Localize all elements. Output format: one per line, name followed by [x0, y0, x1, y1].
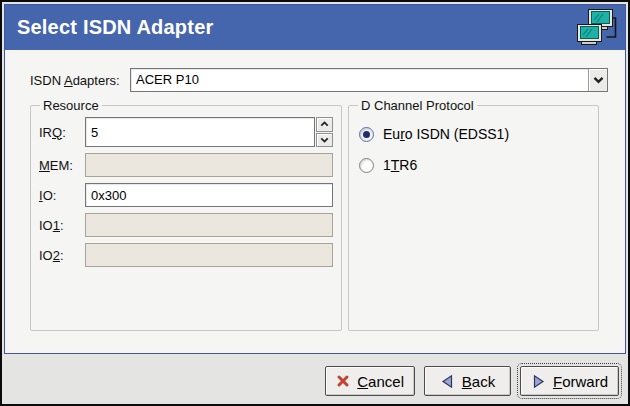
radio-button-icon[interactable] — [359, 127, 374, 142]
field-row-mem: MEM: — [39, 153, 333, 177]
cancel-button-label: Cancel — [357, 373, 404, 390]
io1-label: IO1: — [39, 218, 85, 233]
header-banner: Select ISDN Adapter — [5, 5, 625, 50]
mem-label: MEM: — [39, 158, 85, 173]
content-area: ISDN Adapters: ACER P10 Resource IRQ: — [5, 50, 625, 353]
adapter-row: ISDN Adapters: ACER P10 — [30, 68, 608, 92]
network-computers-icon — [577, 9, 617, 46]
spinner-buttons — [316, 117, 333, 147]
arrow-left-icon — [440, 374, 455, 389]
back-button[interactable]: Back — [424, 366, 511, 396]
io2-label: IO2: — [39, 248, 85, 263]
irq-spinner[interactable] — [85, 117, 333, 147]
resource-group: Resource IRQ: — [30, 98, 342, 331]
cancel-x-icon — [336, 374, 350, 388]
adapter-combobox-value: ACER P10 — [131, 69, 588, 91]
d-channel-protocol-legend: D Channel Protocol — [358, 98, 477, 113]
irq-label: IRQ: — [39, 125, 85, 140]
io-label: IO: — [39, 188, 85, 203]
spin-up-icon[interactable] — [316, 117, 333, 132]
dialog-window: Select ISDN Adapter — [0, 0, 630, 406]
wizard-panel: Select ISDN Adapter — [4, 4, 626, 354]
field-row-io1: IO1: — [39, 213, 333, 237]
radio-option-1tr6[interactable]: 1TR6 — [359, 156, 590, 174]
resource-legend: Resource — [40, 98, 102, 113]
radio-label-euro-isdn: Euro ISDN (EDSS1) — [383, 126, 509, 142]
isdn-adapters-label: ISDN Adapters: — [30, 73, 130, 88]
back-button-label: Back — [462, 373, 495, 390]
io2-input — [85, 243, 333, 267]
dialog-title: Select ISDN Adapter — [17, 16, 213, 39]
d-channel-protocol-group: D Channel Protocol Euro ISDN (EDSS1) 1TR… — [348, 98, 599, 331]
spin-down-icon[interactable] — [316, 133, 333, 148]
button-bar: Cancel Back Forward — [4, 354, 626, 402]
forward-button-label: Forward — [553, 373, 608, 390]
field-row-io2: IO2: — [39, 243, 333, 267]
mem-input — [85, 153, 333, 177]
irq-input[interactable] — [85, 117, 315, 147]
arrow-right-icon — [531, 374, 546, 389]
cancel-button[interactable]: Cancel — [325, 366, 415, 396]
io1-input — [85, 213, 333, 237]
radio-option-euro-isdn[interactable]: Euro ISDN (EDSS1) — [359, 125, 590, 143]
field-row-irq: IRQ: — [39, 117, 333, 147]
chevron-down-icon[interactable] — [588, 69, 607, 91]
io-input[interactable] — [85, 183, 333, 207]
field-row-io: IO: — [39, 183, 333, 207]
adapter-combobox[interactable]: ACER P10 — [130, 68, 608, 92]
radio-button-icon[interactable] — [359, 158, 374, 173]
radio-label-1tr6: 1TR6 — [383, 157, 417, 173]
forward-button[interactable]: Forward — [520, 366, 619, 396]
